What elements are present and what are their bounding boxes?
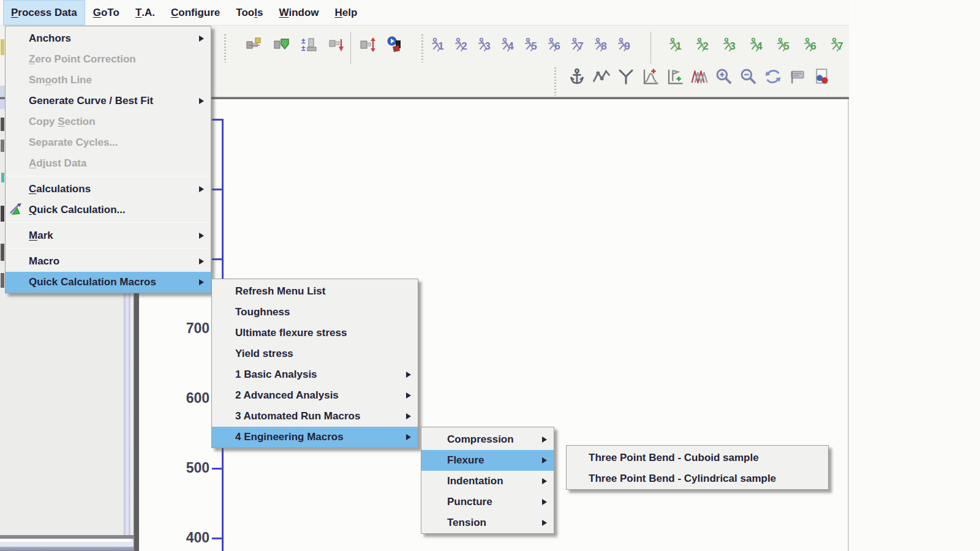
toolbar-drag-handle[interactable]: [224, 34, 226, 62]
toolbar-drag-handle[interactable]: [421, 34, 423, 62]
toolbar-separator: [350, 32, 351, 64]
menu-item-ultimate-flexure-stress[interactable]: Ultimate flexure stress: [212, 323, 418, 343]
menu-item-generate-curve-best-fit[interactable]: Generate Curve / Best Fit: [6, 91, 211, 111]
svg-text:5: 5: [531, 40, 537, 52]
svg-text:6: 6: [554, 40, 560, 52]
menu-item-label: Puncture: [447, 496, 492, 508]
menu-item-quick-calculation-macros[interactable]: Quick Calculation Macros: [6, 272, 211, 293]
report-icon[interactable]: [812, 66, 832, 87]
menu-item-macro[interactable]: Macro: [6, 251, 211, 272]
menu-item-refresh-menu-list[interactable]: Refresh Menu List: [212, 281, 418, 302]
toolbar-drag-handle[interactable]: [554, 67, 556, 96]
macro-run-6-green-icon[interactable]: 6: [802, 37, 820, 54]
menu-item-smooth-line[interactable]: Smooth Line: [6, 70, 211, 91]
menu-item-puncture[interactable]: Puncture: [421, 492, 554, 512]
menu-item-three-point-bend-cylindrical-sample[interactable]: Three Point Bend - Cylindrical sample: [567, 468, 828, 489]
submenu-arrow-icon: [542, 457, 547, 463]
menu-item-flexure[interactable]: Flexure: [421, 450, 554, 471]
submenu-arrow-icon: [542, 520, 547, 526]
svg-text:6: 6: [810, 40, 816, 52]
menu-item-toughness[interactable]: Toughness: [212, 302, 418, 323]
menu-item-4-engineering-macros[interactable]: 4 Engineering Macros: [212, 427, 418, 448]
macro-run-1-purple-icon[interactable]: 1: [430, 37, 447, 54]
flexure-menu: Three Point Bend - Cuboid sampleThree Po…: [566, 445, 829, 490]
svg-text:4: 4: [508, 40, 514, 52]
hidden-toolbar-icon-sliver: [1, 206, 4, 222]
calibrate-probe-icon[interactable]: ±±: [299, 34, 320, 55]
macro-run-1-green-icon[interactable]: 1: [668, 37, 685, 54]
macro-run-4-green-icon[interactable]: 4: [748, 37, 766, 54]
menu-item-adjust-data[interactable]: Adjust Data: [6, 153, 211, 174]
annotation-icon[interactable]: [787, 66, 808, 87]
macro-run-9-purple-icon[interactable]: 9: [616, 37, 633, 54]
anchor-icon[interactable]: [567, 66, 587, 87]
macro-run-8-purple-icon[interactable]: 8: [593, 37, 610, 54]
svg-text:±: ±: [301, 44, 306, 53]
menubar-item-help[interactable]: Help: [327, 0, 366, 25]
attach-probe-icon[interactable]: [244, 34, 265, 55]
macro-run-7-purple-icon[interactable]: 7: [570, 37, 587, 54]
macro-run-2-green-icon[interactable]: 2: [695, 37, 712, 54]
engineering-macros-menu: CompressionFlexureIndentationPunctureTen…: [421, 427, 554, 534]
submenu-arrow-icon: [199, 258, 204, 264]
y-axis-label: 400: [172, 530, 209, 546]
macro-run-5-purple-icon[interactable]: 5: [523, 37, 540, 54]
insert-probe-icon[interactable]: [271, 34, 292, 55]
menu-item-yield-stress[interactable]: Yield stress: [212, 343, 418, 364]
menu-item-compression[interactable]: Compression: [421, 429, 554, 450]
zoom-out-icon[interactable]: [738, 66, 759, 87]
y-axis-tick: [212, 258, 222, 260]
menubar-item-process-data[interactable]: Process Data: [3, 0, 85, 25]
svg-text:3: 3: [729, 40, 735, 52]
menubar-item-tools[interactable]: Tools: [228, 0, 271, 25]
branch-icon[interactable]: [616, 66, 636, 87]
data-acquisition-icon[interactable]: [385, 34, 406, 55]
zoom-in-icon[interactable]: [714, 66, 734, 87]
menu-item-label: Yield stress: [235, 348, 293, 360]
menu-item-zero-point-correction[interactable]: Zero Point Correction: [6, 49, 211, 70]
submenu-arrow-icon: [199, 233, 204, 239]
menu-item-label: Three Point Bend - Cuboid sample: [589, 452, 759, 464]
menubar-item-ta[interactable]: T.A.: [127, 0, 163, 25]
menu-item-quick-calculation[interactable]: Quick Calculation...: [6, 200, 211, 220]
marker-analysis-icon[interactable]: [665, 66, 685, 87]
menu-item-tension[interactable]: Tension: [421, 512, 554, 533]
smooth-line-icon[interactable]: [591, 66, 612, 87]
menu-item-anchors[interactable]: Anchors: [6, 28, 211, 49]
macro-run-3-purple-icon[interactable]: 3: [477, 37, 494, 54]
app-window: Process DataGoToT.A.ConfigureToolsWindow…: [0, 0, 849, 551]
svg-text:1: 1: [438, 40, 443, 52]
menu-item-2-advanced-analysis[interactable]: 2 Advanced Analysis: [212, 385, 418, 406]
toolbar-separator: [650, 32, 651, 64]
macro-run-2-purple-icon[interactable]: 2: [453, 37, 470, 54]
cycles-icon[interactable]: [689, 66, 710, 87]
menubar-item-goto[interactable]: GoTo: [85, 0, 127, 25]
menu-item-copy-section[interactable]: Copy Section: [6, 111, 211, 132]
menu-item-calculations[interactable]: Calculations: [6, 179, 211, 200]
menubar-item-configure[interactable]: Configure: [163, 0, 228, 25]
menu-item-3-automated-run-macros[interactable]: 3 Automated Run Macros: [212, 406, 418, 427]
menu-item-label: Compression: [447, 433, 514, 446]
macro-run-3-green-icon[interactable]: 3: [722, 37, 739, 54]
return-probe-icon[interactable]: [326, 34, 347, 55]
run-test-icon[interactable]: [358, 34, 379, 55]
y-axis-label: 500: [172, 460, 209, 476]
menu-item-label: Ultimate flexure stress: [235, 327, 347, 339]
menu-item-indentation[interactable]: Indentation: [421, 471, 554, 492]
menu-item-label: Quick Calculation...: [29, 204, 126, 216]
menu-separator: [7, 176, 209, 176]
submenu-arrow-icon: [542, 437, 547, 443]
menu-item-separate-cycles[interactable]: Separate Cycles...: [6, 132, 211, 153]
macro-run-4-purple-icon[interactable]: 4: [500, 37, 517, 54]
y-axis-label: 600: [172, 390, 209, 407]
macro-run-5-green-icon[interactable]: 5: [775, 37, 793, 54]
refresh-icon[interactable]: [763, 66, 783, 87]
macro-run-6-purple-icon[interactable]: 6: [546, 37, 564, 54]
menubar-item-window[interactable]: Window: [271, 0, 326, 25]
menu-item-1-basic-analysis[interactable]: 1 Basic Analysis: [212, 364, 418, 385]
menu-item-mark[interactable]: Mark: [6, 225, 211, 246]
menu-item-three-point-bend-cuboid-sample[interactable]: Three Point Bend - Cuboid sample: [567, 448, 828, 468]
peak-analysis-icon[interactable]: [640, 66, 661, 87]
menu-item-label: Adjust Data: [29, 157, 86, 170]
macro-run-7-green-icon[interactable]: 7: [829, 37, 846, 54]
